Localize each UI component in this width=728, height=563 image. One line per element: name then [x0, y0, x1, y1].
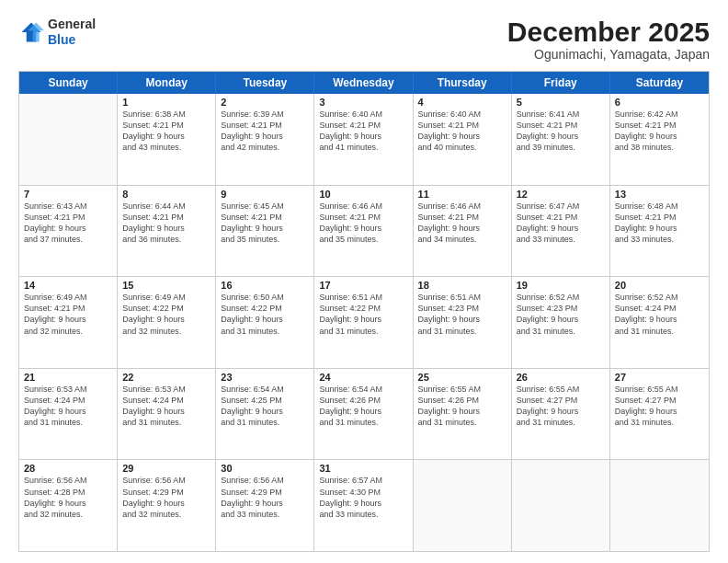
daylight-minutes-text: and 35 minutes.: [221, 234, 309, 245]
sunset-text: Sunset: 4:23 PM: [418, 303, 506, 314]
daylight-text: Daylight: 9 hours: [615, 131, 704, 142]
day-cell-31: 31Sunrise: 6:57 AMSunset: 4:30 PMDayligh…: [314, 460, 413, 551]
day-number: 23: [221, 372, 309, 383]
daylight-minutes-text: and 31 minutes.: [517, 326, 605, 337]
sunset-text: Sunset: 4:27 PM: [615, 395, 704, 406]
day-cell-26: 26Sunrise: 6:55 AMSunset: 4:27 PMDayligh…: [512, 369, 610, 460]
sunrise-text: Sunrise: 6:49 AM: [122, 292, 210, 303]
daylight-text: Daylight: 9 hours: [418, 406, 506, 417]
sunset-text: Sunset: 4:21 PM: [24, 303, 112, 314]
sunset-text: Sunset: 4:30 PM: [319, 487, 407, 498]
day-number: 11: [418, 189, 506, 200]
daylight-minutes-text: and 33 minutes.: [319, 509, 407, 520]
daylight-text: Daylight: 9 hours: [24, 498, 112, 509]
sunset-text: Sunset: 4:27 PM: [517, 395, 605, 406]
day-cell-23: 23Sunrise: 6:54 AMSunset: 4:25 PMDayligh…: [216, 369, 314, 460]
day-number: 21: [24, 372, 112, 383]
calendar: SundayMondayTuesdayWednesdayThursdayFrid…: [18, 71, 710, 552]
sunrise-text: Sunrise: 6:56 AM: [122, 475, 210, 486]
weekday-header-tuesday: Tuesday: [216, 72, 314, 94]
day-number: 18: [418, 280, 506, 291]
daylight-text: Daylight: 9 hours: [615, 314, 704, 325]
calendar-header: SundayMondayTuesdayWednesdayThursdayFrid…: [19, 72, 709, 94]
day-cell-14: 14Sunrise: 6:49 AMSunset: 4:21 PMDayligh…: [19, 277, 118, 368]
day-number: 25: [418, 372, 506, 383]
day-cell-13: 13Sunrise: 6:48 AMSunset: 4:21 PMDayligh…: [610, 186, 709, 277]
day-cell-30: 30Sunrise: 6:56 AMSunset: 4:29 PMDayligh…: [216, 460, 314, 551]
sunset-text: Sunset: 4:21 PM: [319, 212, 407, 223]
empty-cell: [19, 94, 118, 185]
sunset-text: Sunset: 4:26 PM: [319, 395, 407, 406]
day-number: 6: [615, 97, 704, 108]
logo-icon: [18, 19, 44, 45]
day-cell-16: 16Sunrise: 6:50 AMSunset: 4:22 PMDayligh…: [216, 277, 314, 368]
location-subtitle: Ogunimachi, Yamagata, Japan: [507, 47, 710, 62]
day-number: 15: [122, 280, 210, 291]
daylight-minutes-text: and 41 minutes.: [319, 142, 407, 153]
sunset-text: Sunset: 4:21 PM: [517, 120, 605, 131]
sunrise-text: Sunrise: 6:41 AM: [517, 109, 605, 120]
day-cell-3: 3Sunrise: 6:40 AMSunset: 4:21 PMDaylight…: [314, 94, 413, 185]
sunrise-text: Sunrise: 6:55 AM: [418, 384, 506, 395]
sunset-text: Sunset: 4:22 PM: [221, 303, 309, 314]
day-number: 19: [517, 280, 605, 291]
daylight-text: Daylight: 9 hours: [221, 131, 309, 142]
sunset-text: Sunset: 4:21 PM: [517, 212, 605, 223]
page: General Blue December 2025 Ogunimachi, Y…: [0, 0, 728, 563]
daylight-text: Daylight: 9 hours: [319, 223, 407, 234]
sunrise-text: Sunrise: 6:54 AM: [221, 384, 309, 395]
sunset-text: Sunset: 4:22 PM: [319, 303, 407, 314]
daylight-text: Daylight: 9 hours: [122, 406, 210, 417]
sunrise-text: Sunrise: 6:56 AM: [24, 475, 112, 486]
daylight-minutes-text: and 32 minutes.: [122, 509, 210, 520]
sunset-text: Sunset: 4:24 PM: [615, 303, 704, 314]
day-cell-9: 9Sunrise: 6:45 AMSunset: 4:21 PMDaylight…: [216, 186, 314, 277]
day-number: 24: [319, 372, 407, 383]
daylight-minutes-text: and 32 minutes.: [24, 509, 112, 520]
sunrise-text: Sunrise: 6:48 AM: [615, 201, 704, 212]
empty-cell: [610, 460, 709, 551]
daylight-minutes-text: and 31 minutes.: [615, 326, 704, 337]
daylight-text: Daylight: 9 hours: [221, 406, 309, 417]
header: General Blue December 2025 Ogunimachi, Y…: [18, 17, 710, 62]
daylight-minutes-text: and 32 minutes.: [122, 326, 210, 337]
calendar-body: 1Sunrise: 6:38 AMSunset: 4:21 PMDaylight…: [19, 94, 709, 551]
calendar-row-1: 7Sunrise: 6:43 AMSunset: 4:21 PMDaylight…: [19, 186, 709, 278]
day-number: 3: [319, 97, 407, 108]
sunset-text: Sunset: 4:21 PM: [615, 212, 704, 223]
daylight-text: Daylight: 9 hours: [221, 498, 309, 509]
daylight-minutes-text: and 40 minutes.: [418, 142, 506, 153]
sunrise-text: Sunrise: 6:52 AM: [615, 292, 704, 303]
sunrise-text: Sunrise: 6:55 AM: [615, 384, 704, 395]
day-cell-18: 18Sunrise: 6:51 AMSunset: 4:23 PMDayligh…: [414, 277, 512, 368]
weekday-header-thursday: Thursday: [414, 72, 512, 94]
daylight-minutes-text: and 31 minutes.: [418, 326, 506, 337]
sunset-text: Sunset: 4:21 PM: [221, 120, 309, 131]
daylight-minutes-text: and 37 minutes.: [24, 234, 112, 245]
daylight-text: Daylight: 9 hours: [319, 498, 407, 509]
day-number: 1: [122, 97, 210, 108]
daylight-minutes-text: and 36 minutes.: [122, 234, 210, 245]
day-number: 13: [615, 189, 704, 200]
daylight-minutes-text: and 31 minutes.: [221, 326, 309, 337]
daylight-text: Daylight: 9 hours: [24, 223, 112, 234]
day-cell-21: 21Sunrise: 6:53 AMSunset: 4:24 PMDayligh…: [19, 369, 118, 460]
sunrise-text: Sunrise: 6:45 AM: [221, 201, 309, 212]
daylight-minutes-text: and 35 minutes.: [319, 234, 407, 245]
daylight-text: Daylight: 9 hours: [615, 406, 704, 417]
sunrise-text: Sunrise: 6:55 AM: [517, 384, 605, 395]
day-cell-5: 5Sunrise: 6:41 AMSunset: 4:21 PMDaylight…: [512, 94, 610, 185]
sunrise-text: Sunrise: 6:40 AM: [418, 109, 506, 120]
calendar-row-4: 28Sunrise: 6:56 AMSunset: 4:28 PMDayligh…: [19, 460, 709, 551]
sunrise-text: Sunrise: 6:46 AM: [319, 201, 407, 212]
daylight-minutes-text: and 43 minutes.: [122, 142, 210, 153]
day-cell-6: 6Sunrise: 6:42 AMSunset: 4:21 PMDaylight…: [610, 94, 709, 185]
day-cell-11: 11Sunrise: 6:46 AMSunset: 4:21 PMDayligh…: [414, 186, 512, 277]
day-cell-29: 29Sunrise: 6:56 AMSunset: 4:29 PMDayligh…: [118, 460, 216, 551]
day-cell-15: 15Sunrise: 6:49 AMSunset: 4:22 PMDayligh…: [118, 277, 216, 368]
day-number: 30: [221, 463, 309, 474]
title-block: December 2025 Ogunimachi, Yamagata, Japa…: [507, 17, 710, 62]
day-number: 28: [24, 463, 112, 474]
daylight-minutes-text: and 31 minutes.: [122, 417, 210, 428]
daylight-minutes-text: and 31 minutes.: [319, 417, 407, 428]
